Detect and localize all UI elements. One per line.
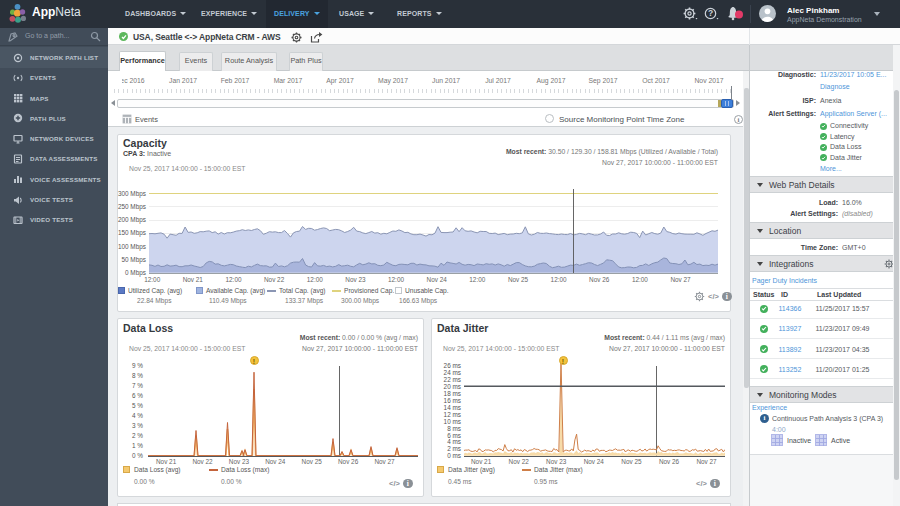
svg-text:?: ? <box>708 8 713 18</box>
